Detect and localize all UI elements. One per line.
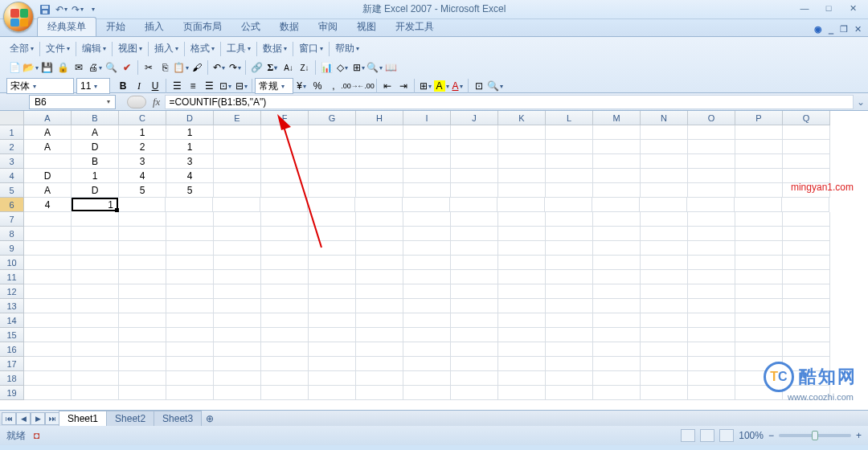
cell[interactable]: [24, 227, 72, 241]
fill-color-icon[interactable]: A▾: [433, 78, 449, 94]
cell[interactable]: [309, 342, 356, 357]
font-name-combo[interactable]: 宋体▾: [6, 78, 74, 94]
cell[interactable]: [735, 313, 783, 328]
cell[interactable]: [72, 299, 119, 313]
cell[interactable]: [119, 256, 166, 270]
cell[interactable]: [498, 371, 546, 386]
cell[interactable]: [688, 284, 735, 299]
permission-icon[interactable]: 🔒: [55, 59, 71, 76]
cell[interactable]: [214, 299, 261, 313]
font-size-combo[interactable]: 11▾: [76, 78, 110, 94]
sheet-next-icon[interactable]: ▶: [31, 412, 45, 425]
cell[interactable]: [403, 357, 451, 371]
cell[interactable]: [451, 183, 498, 198]
cell[interactable]: [641, 183, 688, 198]
underline-icon[interactable]: U: [147, 78, 163, 94]
cell[interactable]: [24, 212, 72, 227]
row-header[interactable]: 5: [0, 183, 24, 198]
copy-icon[interactable]: ⎘: [157, 59, 173, 76]
menu-help[interactable]: 帮助▾: [332, 40, 362, 57]
cell[interactable]: [72, 241, 119, 256]
tab-page-layout[interactable]: 页面布局: [174, 18, 231, 36]
sort-asc-icon[interactable]: A↓: [280, 59, 297, 76]
column-header[interactable]: P: [735, 111, 783, 125]
cell[interactable]: [309, 169, 356, 183]
undo-button[interactable]: ↶▾: [211, 59, 227, 76]
row-header[interactable]: 9: [0, 241, 24, 256]
cell[interactable]: [24, 241, 72, 256]
row-header[interactable]: 3: [0, 154, 24, 169]
cell[interactable]: [356, 212, 403, 227]
percent-icon[interactable]: %: [309, 78, 326, 94]
cell[interactable]: [783, 140, 830, 154]
row-header[interactable]: 1: [0, 125, 24, 140]
tab-insert[interactable]: 插入: [135, 18, 174, 36]
cell[interactable]: D: [72, 140, 119, 154]
row-header[interactable]: 19: [0, 386, 24, 400]
cell[interactable]: [119, 313, 166, 328]
cell[interactable]: [166, 371, 214, 386]
menu-edit[interactable]: 编辑▾: [79, 40, 109, 57]
cell[interactable]: [309, 183, 356, 198]
name-box[interactable]: B6▾: [29, 95, 116, 109]
cell[interactable]: [783, 125, 830, 140]
row-header[interactable]: 14: [0, 313, 24, 328]
cell[interactable]: [451, 169, 498, 183]
cell[interactable]: [498, 256, 546, 270]
cell[interactable]: [166, 256, 214, 270]
cell[interactable]: [498, 183, 546, 198]
save-icon[interactable]: [39, 3, 51, 16]
cell[interactable]: [118, 198, 166, 212]
cell[interactable]: [735, 270, 783, 284]
cell[interactable]: [24, 357, 72, 371]
cell[interactable]: [593, 371, 641, 386]
cell[interactable]: [451, 299, 498, 313]
cell[interactable]: 4: [166, 169, 214, 183]
cell[interactable]: [214, 169, 261, 183]
cell[interactable]: [641, 241, 688, 256]
cell[interactable]: [119, 212, 166, 227]
row-header[interactable]: 10: [0, 256, 24, 270]
currency-icon[interactable]: ¥▾: [293, 78, 309, 94]
cell[interactable]: [593, 241, 641, 256]
cell[interactable]: [641, 169, 688, 183]
cell[interactable]: 1: [72, 169, 119, 183]
cell[interactable]: [356, 125, 403, 140]
sheet-last-icon[interactable]: ⏭: [45, 412, 59, 425]
cell[interactable]: [403, 183, 451, 198]
cell[interactable]: [688, 125, 735, 140]
cell[interactable]: [546, 342, 593, 357]
tab-view[interactable]: 视图: [347, 18, 386, 36]
cell[interactable]: [546, 284, 593, 299]
cell[interactable]: [593, 328, 641, 342]
column-header[interactable]: M: [593, 111, 641, 125]
formula-expand-icon[interactable]: ⌄: [854, 96, 868, 108]
cell[interactable]: [356, 313, 403, 328]
tab-home[interactable]: 开始: [96, 18, 135, 36]
new-icon[interactable]: 📄: [6, 59, 23, 76]
chart-icon[interactable]: 📊: [318, 59, 334, 76]
cell[interactable]: [451, 241, 498, 256]
column-header[interactable]: I: [403, 111, 451, 125]
cell[interactable]: [355, 198, 403, 212]
cell[interactable]: [72, 371, 119, 386]
cell[interactable]: [498, 270, 546, 284]
cell[interactable]: [72, 270, 119, 284]
cell[interactable]: [166, 299, 214, 313]
spreadsheet-grid[interactable]: ABCDEFGHIJKLMNOPQ 1234567891011121314151…: [0, 111, 868, 410]
cell[interactable]: [166, 386, 214, 400]
cell[interactable]: [356, 357, 403, 371]
row-header[interactable]: 2: [0, 140, 24, 154]
cell[interactable]: [640, 198, 687, 212]
cell[interactable]: [498, 386, 546, 400]
cell[interactable]: [356, 183, 403, 198]
cell[interactable]: [403, 227, 451, 241]
number-format-combo[interactable]: 常规▾: [255, 78, 293, 94]
cell[interactable]: [783, 284, 830, 299]
view-normal-icon[interactable]: [681, 429, 695, 442]
cell[interactable]: 5: [119, 183, 166, 198]
cell[interactable]: [592, 198, 640, 212]
cell[interactable]: [24, 154, 72, 169]
cell[interactable]: [309, 125, 356, 140]
macro-record-icon[interactable]: ◘: [34, 430, 39, 441]
